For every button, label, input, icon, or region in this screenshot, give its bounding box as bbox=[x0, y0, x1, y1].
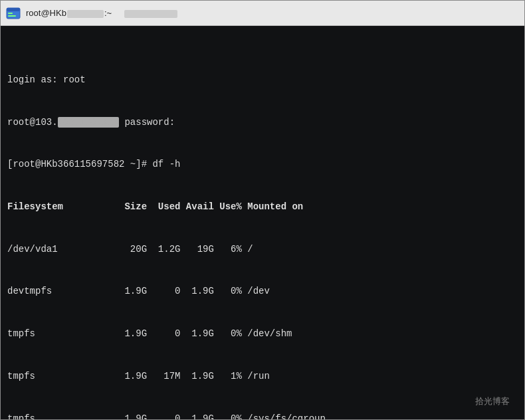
titlebar-text: root@HKb:~ bbox=[26, 8, 178, 18]
line-df-header: Filesystem Size Used Avail Use% Mounted … bbox=[7, 200, 518, 215]
line-df5: tmpfs 1.9G 0 1.9G 0% /sys/fs/cgroup bbox=[7, 412, 518, 420]
line-df3: tmpfs 1.9G 0 1.9G 0% /dev/shm bbox=[7, 327, 518, 342]
line-df1: /dev/vda1 20G 1.2G 19G 6% / bbox=[7, 243, 518, 257]
svg-rect-3 bbox=[8, 15, 16, 17]
line-df2: devtmpfs 1.9G 0 1.9G 0% /dev bbox=[7, 284, 518, 299]
terminal-body[interactable]: login as: root root@103.200.100.xxx pass… bbox=[1, 26, 524, 419]
line-prompt1: [root@HKb366115697582 ~]# df -h bbox=[7, 158, 518, 172]
window-icon bbox=[6, 6, 21, 21]
svg-rect-1 bbox=[7, 8, 20, 11]
line-login: login as: root bbox=[7, 73, 518, 88]
terminal-window: root@HKb:~ login as: root root@103.200.1… bbox=[0, 0, 525, 420]
watermark: 拾光博客 bbox=[475, 395, 510, 408]
line-password: root@103.200.100.xxx password: bbox=[7, 116, 518, 130]
titlebar: root@HKb:~ bbox=[1, 1, 524, 26]
svg-rect-2 bbox=[8, 13, 13, 14]
line-df4: tmpfs 1.9G 17M 1.9G 1% /run bbox=[7, 369, 518, 384]
